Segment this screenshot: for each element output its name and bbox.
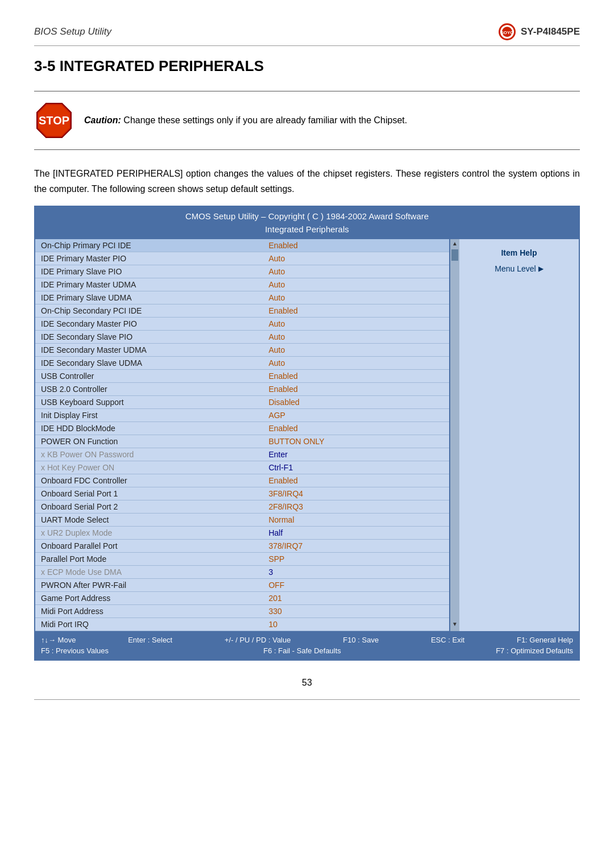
bios-row-label: x KB Power ON Password xyxy=(35,448,263,461)
bios-row-value: Disabled xyxy=(263,396,449,409)
bios-table-row[interactable]: IDE Primary Slave UDMAAuto xyxy=(35,291,449,304)
bios-footer: ↑↓→ Move Enter : Select +/- / PU / PD : … xyxy=(35,631,579,660)
bios-row-label: PWRON After PWR-Fail xyxy=(35,579,263,592)
bottom-divider xyxy=(34,699,580,700)
bios-row-label: On-Chip Secondary PCI IDE xyxy=(35,304,263,318)
bios-table-row[interactable]: USB ControllerEnabled xyxy=(35,370,449,383)
menu-level-arrow-icon: ▶ xyxy=(538,265,544,273)
svg-text:SOYO: SOYO xyxy=(500,30,513,35)
scroll-down-icon[interactable]: ▼ xyxy=(450,620,459,629)
bios-row-value: 10 xyxy=(263,618,449,631)
bios-table-row[interactable]: IDE Primary Master PIOAuto xyxy=(35,252,449,265)
brand-area: SOYO SY-P4I845PE xyxy=(498,23,580,41)
bios-table-row[interactable]: Parallel Port ModeSPP xyxy=(35,553,449,566)
bios-row-label: POWER ON Function xyxy=(35,435,263,448)
bios-row-label: UART Mode Select xyxy=(35,514,263,527)
bios-row-value: Enabled xyxy=(263,422,449,435)
bios-row-label: Midi Port Address xyxy=(35,605,263,618)
bios-row-value: Auto xyxy=(263,291,449,304)
bios-row-label: IDE Primary Master UDMA xyxy=(35,278,263,291)
footer-f1: F1: General Help xyxy=(517,636,573,644)
bios-row-label: Onboard FDC Controller xyxy=(35,474,263,487)
bios-row-value: 330 xyxy=(263,605,449,618)
bios-row-label: IDE Secondary Slave UDMA xyxy=(35,357,263,370)
bios-row-value: Auto xyxy=(263,318,449,331)
bios-row-label: IDE Primary Master PIO xyxy=(35,252,263,265)
footer-f10: F10 : Save xyxy=(343,636,379,644)
bios-row-label: USB 2.0 Controller xyxy=(35,383,263,396)
bios-title-bar: CMOS Setup Utility – Copyright ( C ) 198… xyxy=(35,207,579,239)
bios-table-row[interactable]: Game Port Address201 xyxy=(35,592,449,605)
footer-f6: F6 : Fail - Safe Defaults xyxy=(263,646,341,655)
footer-row2: F5 : Previous Values F6 : Fail - Safe De… xyxy=(41,645,573,656)
scroll-up-icon[interactable]: ▲ xyxy=(450,239,459,248)
bios-row-value: Enabled xyxy=(263,304,449,318)
brand-name: SY-P4I845PE xyxy=(521,26,580,37)
bios-table-row[interactable]: x ECP Mode Use DMA3 xyxy=(35,566,449,579)
bios-row-label: IDE Primary Slave PIO xyxy=(35,265,263,278)
bios-table-row[interactable]: IDE Secondary Slave PIOAuto xyxy=(35,331,449,344)
bios-title-line2: Integrated Peripherals xyxy=(35,223,579,236)
bios-row-label: Onboard Serial Port 2 xyxy=(35,500,263,514)
bios-row-value: 2F8/IRQ3 xyxy=(263,500,449,514)
bios-row-label: IDE Secondary Master UDMA xyxy=(35,344,263,357)
bios-row-value: Enabled xyxy=(263,239,449,252)
bios-row-label: Midi Port IRQ xyxy=(35,618,263,631)
bios-row-value: Half xyxy=(263,527,449,540)
bios-table-row[interactable]: Onboard Serial Port 13F8/IRQ4 xyxy=(35,487,449,500)
bios-table-row[interactable]: x UR2 Duplex ModeHalf xyxy=(35,527,449,540)
bios-row-label: Init Display First xyxy=(35,409,263,422)
bios-row-label: x ECP Mode Use DMA xyxy=(35,566,263,579)
bios-row-label: USB Controller xyxy=(35,370,263,383)
bios-table-row[interactable]: Init Display FirstAGP xyxy=(35,409,449,422)
bios-table-row[interactable]: IDE Secondary Master UDMAAuto xyxy=(35,344,449,357)
bios-table-row[interactable]: Midi Port IRQ10 xyxy=(35,618,449,631)
scroll-thumb[interactable] xyxy=(451,249,458,261)
bios-table-row[interactable]: USB Keyboard SupportDisabled xyxy=(35,396,449,409)
bios-row-value: 201 xyxy=(263,592,449,605)
footer-esc: ESC : Exit xyxy=(431,636,464,644)
bios-row-value: Auto xyxy=(263,331,449,344)
bios-table-row[interactable]: POWER ON FunctionBUTTON ONLY xyxy=(35,435,449,448)
bios-row-label: IDE Secondary Master PIO xyxy=(35,318,263,331)
bios-row-value: SPP xyxy=(263,553,449,566)
footer-f7: F7 : Optimized Defaults xyxy=(496,646,573,655)
bios-table-row[interactable]: IDE Primary Master UDMAAuto xyxy=(35,278,449,291)
bios-table-row[interactable]: IDE HDD BlockModeEnabled xyxy=(35,422,449,435)
bios-table-row[interactable]: x Hot Key Power ONCtrl-F1 xyxy=(35,461,449,474)
bios-sidebar: Item Help Menu Level ▶ xyxy=(459,239,579,631)
bios-row-value: Auto xyxy=(263,344,449,357)
bios-table-row[interactable]: x KB Power ON PasswordEnter xyxy=(35,448,449,461)
bios-row-label: IDE Primary Slave UDMA xyxy=(35,291,263,304)
bios-row-label: On-Chip Primary PCI IDE xyxy=(35,239,263,252)
bios-row-value: Auto xyxy=(263,252,449,265)
bios-table-row[interactable]: Midi Port Address330 xyxy=(35,605,449,618)
bios-main-area: On-Chip Primary PCI IDEEnabledIDE Primar… xyxy=(35,239,450,631)
bios-row-label: IDE Secondary Slave PIO xyxy=(35,331,263,344)
bios-table-row[interactable]: On-Chip Primary PCI IDEEnabled xyxy=(35,239,449,252)
bios-row-label: x UR2 Duplex Mode xyxy=(35,527,263,540)
bios-settings-table: On-Chip Primary PCI IDEEnabledIDE Primar… xyxy=(35,239,449,631)
caution-body: Change these settings only if you are al… xyxy=(123,115,407,125)
bios-row-value: 3F8/IRQ4 xyxy=(263,487,449,500)
bios-table-row[interactable]: Onboard Parallel Port378/IRQ7 xyxy=(35,540,449,553)
bios-table-row[interactable]: USB 2.0 ControllerEnabled xyxy=(35,383,449,396)
bios-table-row[interactable]: IDE Secondary Master PIOAuto xyxy=(35,318,449,331)
bios-table-row[interactable]: On-Chip Secondary PCI IDEEnabled xyxy=(35,304,449,318)
bios-row-value: Enabled xyxy=(263,370,449,383)
page-header: BIOS Setup Utility SOYO SY-P4I845PE xyxy=(34,23,580,46)
bios-row-label: Onboard Serial Port 1 xyxy=(35,487,263,500)
bios-table-row[interactable]: Onboard FDC ControllerEnabled xyxy=(35,474,449,487)
bios-row-label: Game Port Address xyxy=(35,592,263,605)
bios-table-row[interactable]: IDE Primary Slave PIOAuto xyxy=(35,265,449,278)
bios-table-row[interactable]: UART Mode SelectNormal xyxy=(35,514,449,527)
footer-enter-select: Enter : Select xyxy=(128,636,172,644)
intro-text: The [INTEGRATED PERIPHERALS] option chan… xyxy=(34,166,580,197)
soyo-logo-icon: SOYO xyxy=(498,23,516,41)
bios-table-row[interactable]: IDE Secondary Slave UDMAAuto xyxy=(35,357,449,370)
bios-row-value: Normal xyxy=(263,514,449,527)
scrollbar[interactable]: ▲ ▼ xyxy=(450,239,459,631)
bios-table-row[interactable]: PWRON After PWR-FailOFF xyxy=(35,579,449,592)
bios-table-row[interactable]: Onboard Serial Port 22F8/IRQ3 xyxy=(35,500,449,514)
page-title: 3-5 INTEGRATED PERIPHERALS xyxy=(34,57,580,75)
